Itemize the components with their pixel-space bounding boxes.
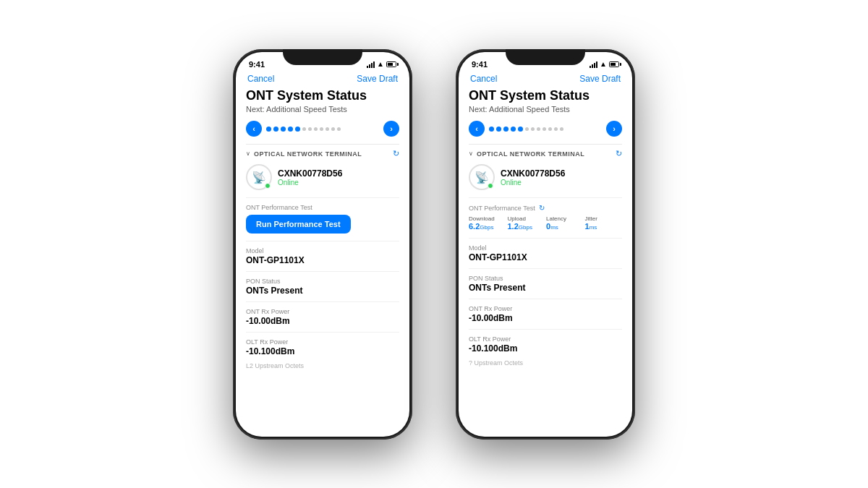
stats-grid-right: Download 6.2Gbps Upload 1.2Gbps Latency	[469, 215, 622, 231]
rdot-8	[537, 127, 540, 131]
rdot-12	[560, 127, 563, 131]
content-left: ONT System Status Next: Additional Speed…	[236, 88, 409, 370]
stat-jitter-value: 1ms	[585, 222, 623, 231]
olt-value-right: -10.100dBm	[469, 343, 622, 354]
progress-dots-right	[489, 127, 602, 132]
battery-fill-right	[610, 63, 616, 66]
status-time-left: 9:41	[249, 60, 265, 69]
status-icons-left: ▲	[367, 60, 396, 68]
rx-field-left: ONT Rx Power -10.00dBm	[246, 308, 399, 326]
save-draft-button-left[interactable]: Save Draft	[357, 74, 398, 84]
page-title-right: ONT System Status	[469, 88, 622, 104]
section-header-right: ∨ OPTICAL NETWORK TERMINAL ↻	[469, 144, 622, 158]
progress-back-right[interactable]: ‹	[469, 121, 485, 137]
online-indicator-right	[488, 183, 493, 189]
divider-perf-right	[469, 197, 622, 198]
dot-3	[281, 127, 286, 132]
stat-jitter-label: Jitter	[585, 215, 623, 222]
divider-pon-right	[469, 268, 622, 269]
divider-pon-left	[246, 271, 399, 272]
phone-screen-left: 9:41 ▲ Cancel Save Draft	[236, 52, 409, 437]
cancel-button-left[interactable]: Cancel	[247, 74, 274, 84]
status-icons-right: ▲	[590, 60, 619, 68]
signal-bar-1	[367, 66, 368, 68]
chevron-icon-right[interactable]: ∨	[469, 150, 473, 157]
rdot-2	[496, 127, 501, 132]
router-icon-right: 📡	[475, 171, 489, 184]
section-title-row-right: ∨ OPTICAL NETWORK TERMINAL	[469, 150, 584, 158]
progress-next-right[interactable]: ›	[606, 121, 622, 137]
divider-olt-left	[246, 332, 399, 333]
rdot-9	[542, 127, 546, 131]
router-icon-left: 📡	[252, 171, 266, 184]
dot-12	[337, 127, 341, 131]
chevron-icon-left[interactable]: ∨	[246, 150, 250, 157]
divider-olt-right	[469, 329, 622, 330]
perf-refresh-icon-right[interactable]: ↻	[539, 204, 545, 212]
divider-model-left	[246, 241, 399, 241]
progress-row-left: ‹ ›	[246, 121, 399, 137]
stat-latency-value: 0ms	[546, 222, 584, 231]
rdot-4	[511, 127, 516, 132]
stat-jitter: Jitter 1ms	[585, 215, 623, 231]
progress-row-right: ‹ ›	[469, 121, 622, 137]
save-draft-button-right[interactable]: Save Draft	[579, 74, 621, 84]
cancel-button-right[interactable]: Cancel	[470, 74, 497, 84]
device-info-right: CXNK00778D56 Online	[501, 168, 565, 187]
wifi-icon-left: ▲	[377, 60, 384, 68]
dot-8	[314, 127, 318, 131]
status-time-right: 9:41	[472, 60, 488, 69]
dot-1	[266, 127, 271, 132]
rdot-6	[525, 127, 529, 131]
stat-upload-value: 1.2Gbps	[508, 222, 545, 231]
model-label-left: Model	[246, 247, 399, 254]
device-id-left: CXNK00778D56	[278, 168, 342, 179]
section-title-left: OPTICAL NETWORK TERMINAL	[254, 150, 362, 158]
signal-bar-r1	[590, 66, 591, 68]
nav-bar-left: Cancel Save Draft	[236, 72, 409, 88]
rdot-7	[531, 127, 535, 131]
dot-2	[273, 127, 278, 132]
signal-bars-right	[590, 61, 597, 68]
signal-bar-3	[371, 63, 373, 68]
rdot-1	[489, 127, 494, 132]
device-status-right: Online	[501, 179, 565, 187]
device-icon-wrap-left: 📡	[246, 164, 272, 190]
pon-value-right: ONTs Present	[469, 283, 622, 293]
perf-label-right: ONT Performance Test	[469, 205, 535, 212]
page-subtitle-left: Next: Additional Speed Tests	[246, 105, 399, 114]
wifi-icon-right: ▲	[600, 60, 607, 68]
battery-icon-right	[609, 61, 619, 67]
dot-9	[320, 127, 323, 131]
dot-11	[331, 127, 335, 131]
rdot-10	[548, 127, 552, 131]
device-info-left: CXNK00778D56 Online	[278, 168, 342, 187]
olt-field-right: OLT Rx Power -10.100dBm	[469, 335, 622, 354]
signal-bar-r4	[596, 61, 597, 68]
rx-value-right: -10.00dBm	[469, 313, 622, 323]
model-value-right: ONT-GP1101X	[469, 252, 622, 262]
stat-download-value: 6.2Gbps	[469, 222, 506, 231]
bottom-text-right: ? Upstream Octets	[469, 359, 622, 367]
rx-label-right: ONT Rx Power	[469, 305, 622, 312]
rx-value-left: -10.00dBm	[246, 316, 399, 326]
divider-model-right	[469, 238, 622, 239]
model-value-left: ONT-GP1101X	[246, 255, 399, 265]
progress-next-left[interactable]: ›	[383, 121, 399, 137]
page-title-left: ONT System Status	[246, 88, 399, 104]
rdot-11	[554, 127, 558, 131]
refresh-icon-right[interactable]: ↻	[616, 149, 622, 158]
run-perf-btn-left[interactable]: Run Performance Test	[246, 215, 351, 234]
divider-rx-left	[246, 301, 399, 302]
phone-screen-right: 9:41 ▲ Cancel Save Draft	[459, 52, 632, 437]
bottom-text-left: L2 Upstream Octets	[246, 362, 399, 369]
refresh-icon-left[interactable]: ↻	[393, 149, 399, 158]
signal-bar-2	[369, 64, 370, 68]
divider-rx-right	[469, 299, 622, 299]
phone-left: 9:41 ▲ Cancel Save Draft	[233, 49, 412, 440]
pon-label-left: PON Status	[246, 278, 399, 285]
rdot-5	[518, 127, 523, 132]
divider-perf-left	[246, 197, 399, 198]
progress-back-left[interactable]: ‹	[246, 121, 262, 137]
online-indicator-left	[265, 183, 271, 189]
